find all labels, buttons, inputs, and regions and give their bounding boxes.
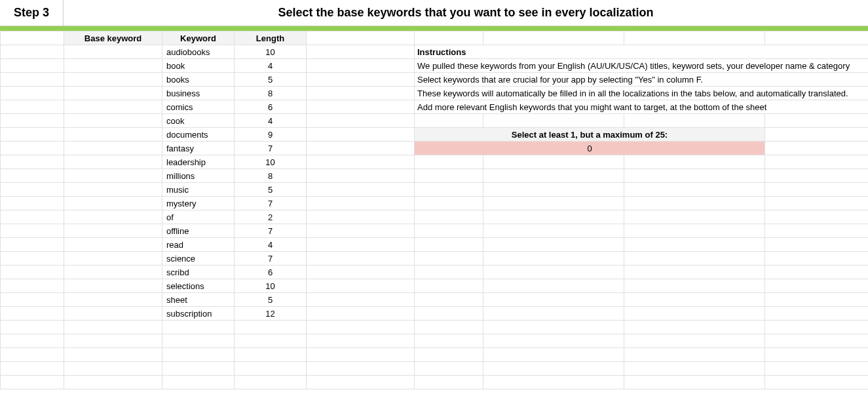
cell[interactable] [415,183,483,197]
base-keyword-cell[interactable] [64,210,162,224]
cell[interactable] [624,252,765,266]
cell[interactable] [765,142,869,155]
keyword-cell[interactable]: scribd [162,266,235,279]
cell[interactable] [415,31,483,45]
cell[interactable] [765,155,869,169]
cell[interactable] [765,279,869,293]
cell[interactable] [1,31,64,45]
base-keyword-cell[interactable] [64,169,162,183]
dropdown-icon[interactable] [162,78,163,81]
dropdown-icon[interactable] [162,133,163,136]
cell[interactable] [765,169,869,183]
cell[interactable] [1,348,64,362]
cell[interactable] [307,73,415,87]
cell[interactable] [483,334,624,348]
table-row[interactable]: subscription12 [1,307,869,321]
table-row[interactable]: business8These keywords will automatical… [1,87,869,100]
cell[interactable] [1,114,64,128]
cell[interactable] [307,376,415,389]
base-keyword-cell[interactable] [64,238,162,252]
cell[interactable] [307,362,415,376]
cell[interactable] [1,279,64,293]
base-keyword-cell[interactable] [64,59,162,73]
keyword-cell[interactable]: of [162,210,235,224]
table-row[interactable]: read4 [1,238,869,252]
length-cell[interactable]: 8 [235,87,307,100]
length-cell[interactable]: 7 [235,224,307,238]
base-keyword-cell[interactable] [64,155,162,169]
cell[interactable] [307,279,415,293]
cell[interactable] [307,59,415,73]
cell[interactable] [1,183,64,197]
table-row[interactable]: fantasy70 [1,142,869,155]
keyword-cell[interactable]: music [162,183,235,197]
keyword-cell[interactable]: business [162,87,235,100]
keyword-cell[interactable]: documents [162,128,235,142]
cell[interactable] [307,142,415,155]
dropdown-icon[interactable] [162,202,163,205]
cell[interactable] [624,169,765,183]
cell[interactable] [307,100,415,114]
cell[interactable] [1,45,64,59]
length-cell[interactable] [235,334,307,348]
table-row[interactable] [1,362,869,376]
cell[interactable] [483,293,624,307]
cell[interactable] [307,321,415,334]
cell[interactable] [483,183,624,197]
base-keyword-cell[interactable] [64,293,162,307]
cell[interactable] [765,376,869,389]
spreadsheet[interactable]: Base keywordKeywordLengthaudiobooks10Ins… [0,31,868,389]
cell[interactable] [1,128,64,142]
dropdown-icon[interactable] [162,271,163,274]
keyword-cell[interactable]: mystery [162,197,235,210]
cell[interactable] [307,293,415,307]
cell[interactable] [624,155,765,169]
cell[interactable] [307,252,415,266]
base-keyword-cell[interactable] [64,114,162,128]
cell[interactable] [1,238,64,252]
dropdown-icon[interactable] [162,147,163,150]
table-row[interactable]: comics6Add more relevant English keyword… [1,100,869,114]
dropdown-icon[interactable] [162,106,163,109]
cell[interactable] [307,87,415,100]
dropdown-icon[interactable] [162,64,163,68]
cell[interactable] [765,266,869,279]
cell[interactable] [483,31,624,45]
dropdown-icon[interactable] [162,381,163,384]
cell[interactable] [415,252,483,266]
base-keyword-cell[interactable] [64,100,162,114]
cell[interactable] [765,210,869,224]
base-keyword-cell[interactable] [64,307,162,321]
keyword-cell[interactable]: cook [162,114,235,128]
cell[interactable] [483,348,624,362]
cell[interactable] [765,321,869,334]
base-keyword-cell[interactable] [64,142,162,155]
length-cell[interactable]: 5 [235,73,307,87]
cell[interactable] [415,307,483,321]
cell[interactable] [483,114,624,128]
length-cell[interactable]: 7 [235,142,307,155]
cell[interactable] [765,114,869,128]
cell[interactable] [1,73,64,87]
cell[interactable] [307,45,415,59]
dropdown-icon[interactable] [162,257,163,260]
cell[interactable] [1,87,64,100]
keyword-cell[interactable] [162,376,235,389]
cell[interactable] [483,155,624,169]
cell[interactable] [307,238,415,252]
cell[interactable] [307,197,415,210]
table-row[interactable]: leadership10 [1,155,869,169]
cell[interactable] [307,31,415,45]
cell[interactable] [765,224,869,238]
dropdown-icon[interactable] [162,174,163,178]
table-row[interactable]: selections10 [1,279,869,293]
col-base-keyword[interactable]: Base keyword [64,31,162,45]
keyword-cell[interactable]: selections [162,279,235,293]
cell[interactable] [415,266,483,279]
length-cell[interactable]: 2 [235,210,307,224]
cell[interactable] [1,224,64,238]
table-row[interactable] [1,376,869,389]
cell[interactable] [624,279,765,293]
cell[interactable] [483,224,624,238]
keyword-cell[interactable]: subscription [162,307,235,321]
